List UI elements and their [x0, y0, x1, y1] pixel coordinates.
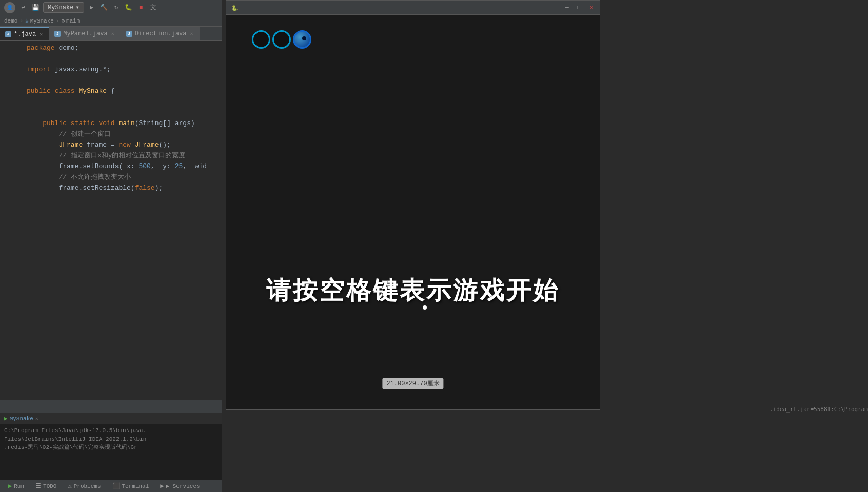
code-line-13: // 不允许拖拽改变大小 [0, 172, 222, 183]
breadcrumb-sep-1: › [19, 18, 23, 24]
console-content: C:\Program Files\Java\jdk-17.0.5\bin\jav… [0, 424, 222, 480]
snake-game-area[interactable]: 请按空格键表示游戏开始 21.00×29.70厘米 [226, 15, 600, 409]
snake-start-text: 请按空格键表示游戏开始 [266, 274, 560, 307]
build-icon[interactable]: 🔨 [100, 3, 109, 12]
code-line-14: frame.setResizable(false); [0, 183, 222, 194]
code-editor[interactable]: package demo; import javax.swing.*; publ… [0, 41, 222, 400]
tab-direction-java[interactable]: J Direction.java ✕ [121, 27, 200, 40]
stop-icon[interactable]: ■ [136, 3, 146, 12]
status-bar: ▶ Run ☰ TODO ⚠ Problems ⬛ Terminal ▶ ▶ S… [0, 480, 222, 492]
java-icon-mysnake: J [5, 31, 11, 37]
toolbar: 👤 ↩ 💾 MySnake ▾ ▶ 🔨 ↻ 🐛 ■ 文 [0, 0, 222, 15]
tab-mysnake-java[interactable]: J *.java ✕ [0, 27, 49, 40]
breadcrumb-demo-label: demo [4, 18, 17, 24]
debug-icon[interactable]: 🐛 [124, 3, 133, 12]
snake-title-bar: 🐍 ─ □ ✕ [226, 1, 600, 15]
maximize-button[interactable]: □ [575, 4, 583, 12]
tab-direction-label: Direction.java [135, 30, 187, 37]
ide-panel: 👤 ↩ 💾 MySnake ▾ ▶ 🔨 ↻ 🐛 ■ 文 demo › ☕ MyS… [0, 0, 222, 492]
code-line-9: // 创建一个窗口 [0, 129, 222, 140]
tab-mysnake-label: *.java [14, 31, 36, 38]
minimize-button[interactable]: ─ [563, 4, 571, 12]
tab-mypanel-close[interactable]: ✕ [110, 30, 115, 37]
window-controls: ─ □ ✕ [563, 4, 596, 12]
problems-icon: ⚠ [68, 482, 71, 490]
snake-game-window: 🐍 ─ □ ✕ 请按空格键表示游戏开始 21.00×29.70厘米 [226, 0, 600, 410]
code-line-1: package demo; [0, 43, 222, 54]
code-line-2 [0, 54, 222, 65]
services-icon: ▶ [160, 482, 164, 490]
code-line-8: public static void main(String[] args) [0, 118, 222, 129]
breadcrumb-main-label: main [66, 18, 80, 24]
console-line-2: Files\JetBrains\IntelliJ IDEA 2022.1.2\b… [4, 435, 218, 444]
snake-circle-2 [272, 30, 291, 49]
todo-button[interactable]: ☰ TODO [31, 481, 61, 491]
java-icon-mypanel: J [54, 31, 61, 37]
project-name: MySnake [48, 4, 73, 11]
console-line-1: C:\Program Files\Java\jdk-17.0.5\bin\jav… [4, 426, 218, 435]
right-panel [601, 0, 868, 410]
terminal-button[interactable]: ⬛ Terminal [108, 481, 153, 491]
save-icon[interactable]: 💾 [31, 3, 40, 12]
services-label: ▶ Services [166, 483, 200, 489]
breadcrumb-mysnake-label: MySnake [30, 18, 54, 24]
breadcrumb-sep-2: › [56, 18, 60, 24]
console-line-3: .redis-黑马\02-实战篇\代码\完整实现版代码\Gr [4, 443, 218, 452]
console-tab-mysnake[interactable]: ▶ MySnake ✕ [4, 415, 38, 422]
console-tab-close[interactable]: ✕ [35, 416, 38, 422]
code-line-3: import javax.swing.*; [0, 65, 222, 75]
snake-head [293, 30, 311, 49]
console-tabs [0, 400, 222, 413]
snake-body-display [252, 30, 311, 49]
code-line-12: frame.setBounds( x: 500, y: 25, wid [0, 161, 222, 172]
todo-label: TODO [43, 483, 56, 489]
tab-direction-close[interactable]: ✕ [189, 30, 194, 37]
breadcrumb-main-icon: ⚙ [61, 17, 65, 24]
code-line-6 [0, 97, 222, 108]
run-status-icon: ▶ [4, 415, 8, 422]
size-indicator: 21.00×29.70厘米 [382, 378, 443, 389]
svg-text:🐍: 🐍 [231, 5, 238, 11]
dropdown-arrow: ▾ [75, 4, 79, 11]
problems-button[interactable]: ⚠ Problems [64, 481, 105, 491]
terminal-label: Terminal [122, 483, 149, 489]
code-line-5: public class MySnake { [0, 86, 222, 97]
console-panel: ▶ MySnake ✕ C:\Program Files\Java\jdk-17… [0, 413, 222, 480]
console-header: ▶ MySnake ✕ [0, 413, 222, 424]
run-icon: ▶ [8, 482, 12, 490]
undo-icon[interactable]: ↩ [18, 3, 28, 12]
sync-icon[interactable]: ↻ [112, 3, 121, 12]
code-line-10: JFrame frame = new JFrame(); [0, 140, 222, 151]
problems-label: Problems [74, 483, 101, 489]
avatar-icon[interactable]: 👤 [4, 2, 15, 13]
code-line-11: // 指定窗口x和y的相对位置及窗口的宽度 [0, 151, 222, 161]
tab-mypanel-label: MyPanel.java [63, 30, 107, 37]
code-line-4 [0, 75, 222, 86]
snake-window-icon: 🐍 [230, 4, 239, 12]
file-tabs: J *.java ✕ J MyPanel.java ✕ J Direction.… [0, 27, 222, 41]
close-button[interactable]: ✕ [587, 4, 596, 12]
terminal-icon: ⬛ [112, 482, 120, 490]
project-selector[interactable]: MySnake ▾ [43, 2, 84, 13]
run-button[interactable]: ▶ Run [4, 481, 28, 491]
breadcrumb-main[interactable]: ⚙ main [61, 17, 80, 24]
breadcrumb-mysnake[interactable]: ☕ MySnake [25, 17, 54, 24]
java-icon-direction: J [126, 31, 132, 37]
code-line-7 [0, 108, 222, 118]
tab-mysnake-close[interactable]: ✕ [38, 31, 44, 38]
run-config-icon[interactable]: ▶ [87, 3, 96, 12]
mysnake-icon: ☕ [25, 17, 29, 24]
services-button[interactable]: ▶ ▶ Services [156, 481, 204, 491]
breadcrumb: demo › ☕ MySnake › ⚙ main [0, 15, 222, 27]
snake-eye [302, 36, 306, 40]
tab-mypanel-java[interactable]: J MyPanel.java ✕ [49, 27, 121, 40]
console-right-overflow: .idea_rt.jar=55881:C:\Program [770, 406, 868, 413]
snake-circle-1 [252, 30, 270, 49]
translate-icon[interactable]: 文 [149, 3, 158, 12]
todo-icon: ☰ [35, 482, 41, 490]
breadcrumb-demo[interactable]: demo [4, 18, 17, 24]
run-label: Run [14, 483, 24, 489]
console-tab-label-text: MySnake [10, 416, 33, 422]
